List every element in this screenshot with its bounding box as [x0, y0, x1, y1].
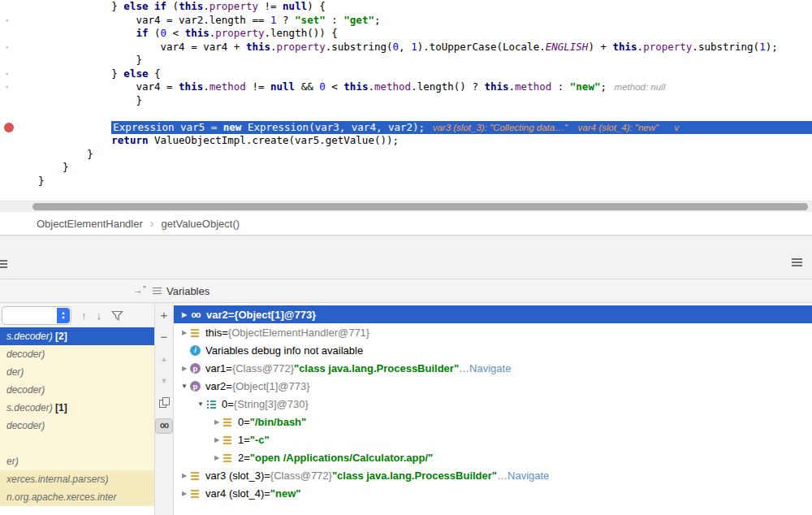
variable-row[interactable]: ▶var3 (slot_3) = {Class@772} "class java… [174, 466, 812, 484]
execution-line-highlight: Expression var5 = new Expression(var3, v… [111, 121, 812, 135]
frames-panel: ▴ ▾ ↑ ↓ s.decoder) [2]decoder)der)decode… [0, 303, 154, 515]
code-line[interactable]: } [0, 175, 812, 188]
code-line[interactable]: if (0 < this.property.length()) { [0, 27, 812, 41]
fold-icon[interactable]: ▾ [5, 82, 9, 92]
fold-icon[interactable]: ▾ [5, 42, 9, 52]
chevron-right-icon: › [150, 217, 154, 230]
breadcrumb: ObjectElementHandler › getValueObject() [0, 212, 812, 236]
bars-icon [190, 327, 201, 338]
frames-toolbar: ▴ ▾ ↑ ↓ [0, 303, 154, 327]
code-line[interactable]: ▾ var4 = var4 + this.property.substring(… [0, 41, 812, 54]
filter-icon[interactable] [111, 310, 123, 321]
expand-icon[interactable]: ▶ [211, 436, 222, 444]
variable-row[interactable]: ▼pvar2 = {Object[1]@773} [174, 377, 812, 395]
bars-icon [190, 470, 201, 481]
show-watches-button[interactable]: oo [155, 418, 173, 434]
code-editor[interactable]: } else if (this.property != null) {▾ var… [0, 0, 812, 201]
variable-row[interactable]: ▶var4 (slot_4) = "new" [174, 484, 812, 502]
next-frame-icon[interactable]: ↓ [97, 309, 102, 322]
expand-icon[interactable]: ▶ [179, 311, 190, 318]
frame-row[interactable]: er) [0, 452, 154, 470]
debugger-tabs-bar: →” Variables [0, 279, 812, 303]
duplicate-watch-icon[interactable] [159, 397, 170, 408]
variable-row[interactable]: ▶1 = "-c" [174, 431, 812, 448]
editor-gutter [0, 94, 38, 108]
watch-icon: oo [190, 309, 201, 319]
bars-icon [190, 488, 201, 499]
collapse-icon[interactable]: ▼ [195, 400, 206, 408]
variable-row[interactable]: ▶oovar2 = {Object[1]@773} [174, 305, 812, 323]
variable-row[interactable]: ▶0 = "/bin/bash" [174, 413, 812, 431]
editor-gutter [0, 107, 38, 121]
editor-gutter [0, 54, 38, 67]
editor-gutter: ▾ [0, 67, 38, 81]
frame-row[interactable]: decoder) [0, 345, 154, 363]
expand-icon[interactable]: ▶ [179, 329, 190, 336]
expand-icon[interactable]: ▶ [211, 418, 222, 426]
variable-row[interactable]: ▼0 = {String[3]@730} [174, 395, 812, 413]
editor-gutter [0, 161, 38, 175]
code-line[interactable]: ▾ } else { [0, 67, 812, 81]
variables-panel: ▶oovar2 = {Object[1]@773}▶this = {Object… [174, 303, 812, 515]
debugger-toolbar-strip [0, 236, 812, 279]
fold-icon[interactable]: ▾ [5, 15, 9, 25]
frame-row[interactable]: der) [0, 363, 154, 381]
code-line[interactable]: ▾ var4 = var2.length == 1 ? "set" : "get… [0, 14, 812, 28]
frame-row[interactable]: n.org.apache.xerces.inter [0, 488, 154, 506]
code-line[interactable] [0, 107, 812, 121]
variable-row[interactable]: ▶pvar1 = {Class@772} "class java.lang.Pr… [174, 359, 812, 377]
watches-toolbar: + − ▲ ▼ oo [154, 303, 174, 515]
editor-gutter: ▾ [0, 41, 38, 54]
frame-row[interactable]: xerces.internal.parsers) [0, 470, 154, 488]
editor-horizontal-scrollbar[interactable] [0, 201, 812, 212]
variable-row[interactable]: ▶2 = "open /Applications/Calculator.app/… [174, 448, 812, 466]
editor-gutter: ▾ [0, 14, 38, 28]
move-down-button[interactable]: ▼ [161, 375, 168, 387]
variable-row[interactable]: iVariables debug info not available [174, 341, 812, 359]
editor-gutter: ▾ [0, 80, 38, 94]
add-to-watches-icon[interactable]: →” [133, 284, 146, 296]
thread-selector-value [2, 310, 6, 320]
expand-icon[interactable]: ▶ [211, 454, 222, 461]
frame-row[interactable] [0, 435, 154, 452]
code-line[interactable]: } [0, 94, 812, 108]
remove-watch-button[interactable]: − [161, 331, 168, 343]
bars-icon [222, 417, 233, 427]
thread-selector[interactable]: ▴ ▾ [2, 306, 71, 325]
add-watch-button[interactable]: + [161, 309, 168, 321]
frame-row[interactable]: decoder) [0, 381, 154, 399]
expand-icon[interactable]: ▶ [179, 472, 190, 479]
code-line[interactable]: } [0, 54, 812, 67]
frame-row[interactable]: decoder) [0, 417, 154, 435]
expand-icon[interactable]: ▶ [179, 365, 190, 372]
expand-icon[interactable]: ▶ [179, 490, 190, 497]
breakpoint-icon[interactable] [4, 123, 14, 132]
param-icon: p [190, 381, 201, 392]
editor-gutter [0, 175, 38, 188]
layout-menu-icon[interactable] [792, 258, 802, 266]
numlist-icon [206, 399, 217, 409]
debug-panel: ▴ ▾ ↑ ↓ s.decoder) [2]decoder)der)decode… [0, 303, 812, 515]
collapse-icon[interactable]: ▼ [179, 383, 190, 390]
tab-variables[interactable]: Variables [153, 279, 209, 302]
frame-row[interactable]: s.decoder) [1] [0, 399, 154, 417]
breadcrumb-class[interactable]: ObjectElementHandler [37, 218, 143, 230]
code-line[interactable]: } else if (this.property != null) { [0, 0, 812, 14]
code-line[interactable]: return ValueObjectImpl.create(var5.getVa… [0, 134, 812, 148]
fold-icon[interactable]: ▾ [5, 69, 9, 79]
variable-row[interactable]: ▶this = {ObjectElementHandler@771} [174, 323, 812, 341]
editor-gutter [0, 0, 38, 14]
move-up-button[interactable]: ▲ [161, 353, 168, 365]
scrollbar-thumb[interactable] [32, 203, 808, 210]
code-line[interactable]: } [0, 161, 812, 175]
editor-gutter [0, 148, 38, 162]
breadcrumb-method[interactable]: getValueObject() [161, 218, 240, 230]
bars-icon [222, 435, 233, 445]
code-line[interactable]: } [0, 148, 812, 162]
code-line[interactable]: ▾ var4 = this.method != null && 0 < this… [0, 80, 812, 94]
frame-row[interactable]: s.decoder) [2] [0, 327, 154, 345]
code-line[interactable]: Expression var5 = new Expression(var3, v… [0, 121, 812, 135]
debugger-settings-icon[interactable] [0, 260, 7, 268]
prev-frame-icon[interactable]: ↑ [81, 309, 87, 322]
combo-stepper-icon[interactable]: ▴ ▾ [57, 308, 70, 323]
